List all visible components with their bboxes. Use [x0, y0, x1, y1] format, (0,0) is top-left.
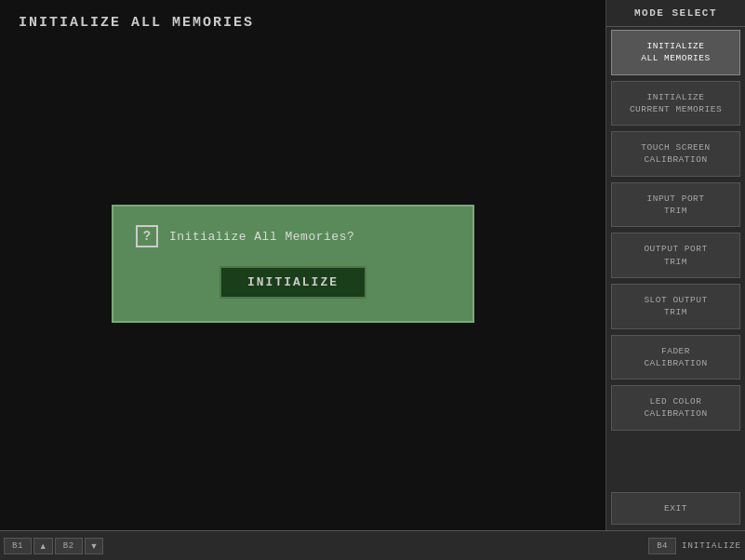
sidebar-btn-output-port[interactable]: OUTPUT PORTTRIM	[611, 233, 740, 278]
arrow-down-button[interactable]: ▼	[85, 538, 104, 554]
sidebar-exit-button[interactable]: EXIT	[611, 492, 740, 525]
sidebar-btn-led-color[interactable]: LED COLORCALIBRATION	[611, 385, 740, 431]
sidebar-btn-slot-output[interactable]: SLOT OUTPUTTRIM	[611, 284, 740, 329]
page-title: INITIALIZE ALL MEMORIES	[19, 15, 587, 31]
b1-button[interactable]: B1	[4, 538, 32, 554]
dialog-button-row: INITIALIZE	[136, 266, 450, 299]
initialize-dialog: ? Initialize All Memories? INITIALIZE	[112, 205, 474, 323]
bottom-bar: B1 ▲ B2 ▼ B4 INITIALIZE	[0, 530, 745, 560]
sidebar-btn-init-all[interactable]: INITIALIZEALL MEMORIES	[611, 30, 740, 75]
main-content-area: INITIALIZE ALL MEMORIES ? Initialize All…	[0, 0, 605, 530]
initialize-confirm-button[interactable]: INITIALIZE	[220, 266, 366, 299]
sidebar-btn-touch-screen[interactable]: TOUCH SCREENCALIBRATION	[611, 131, 740, 177]
sidebar-title: MODE SELECT	[606, 0, 745, 27]
dialog-question-text: Initialize All Memories?	[169, 230, 354, 244]
sidebar-btn-input-port[interactable]: INPUT PORTTRIM	[611, 182, 740, 228]
b2-button[interactable]: B2	[55, 538, 83, 554]
sidebar-btn-init-current[interactable]: INITIALIZECURRENT MEMORIES	[611, 81, 740, 127]
question-icon: ?	[136, 225, 158, 247]
sidebar-btn-fader-cal[interactable]: FADERCALIBRATION	[611, 335, 740, 380]
mode-select-sidebar: MODE SELECT INITIALIZEALL MEMORIES INITI…	[605, 0, 745, 530]
b4-button[interactable]: B4	[648, 538, 676, 554]
bottom-initialize-label: INITIALIZE	[682, 541, 741, 551]
arrow-up-button[interactable]: ▲	[33, 538, 53, 554]
bottom-right-section: B4 INITIALIZE	[648, 538, 741, 554]
dialog-question-row: ? Initialize All Memories?	[136, 225, 354, 247]
